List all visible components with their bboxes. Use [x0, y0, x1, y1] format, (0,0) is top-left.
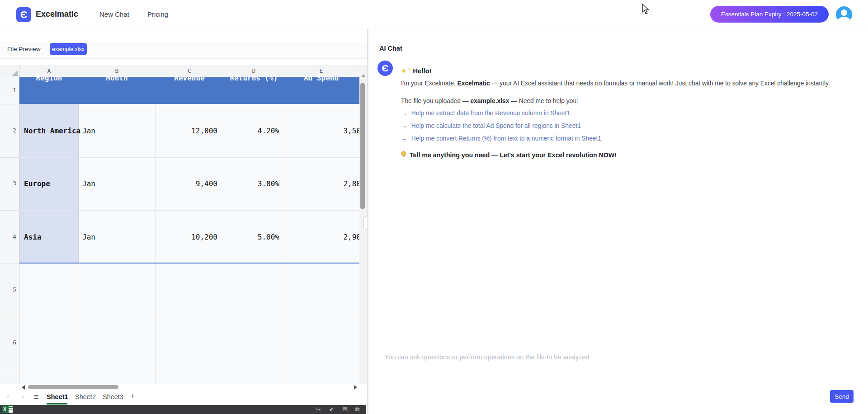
paste-refresh-icon[interactable]: ⎘ — [316, 406, 321, 413]
excel-file-icon[interactable]: X — [2, 405, 14, 414]
tab-sheet2[interactable]: Sheet2 — [75, 393, 96, 400]
send-button[interactable]: Send — [830, 390, 854, 403]
column-header-b[interactable]: B — [79, 67, 155, 74]
cell-e3[interactable]: 2,80 — [284, 179, 359, 188]
arrow-right-icon: → — [401, 122, 407, 129]
suggestion-convert-returns[interactable]: →Help me convert Returns (%) from text t… — [401, 135, 601, 142]
plan-expiry-button[interactable]: Essentials Plan Expiry : 2025-05-02 — [710, 6, 829, 23]
uploaded-file-line: The file you uploaded — example.xlsx — N… — [401, 97, 855, 105]
cell-a3[interactable]: Europe — [24, 179, 50, 188]
assistant-tip-line: Tell me anything you need — Let's start … — [401, 151, 617, 160]
scroll-left-arrow-icon[interactable] — [22, 385, 25, 390]
user-avatar[interactable] — [836, 6, 852, 23]
panel-resize-handle[interactable] — [363, 216, 368, 230]
tab-sheet3[interactable]: Sheet3 — [103, 393, 123, 400]
nav-link-pricing[interactable]: Pricing — [147, 10, 168, 18]
excelmatic-logo-icon[interactable]: Є — [16, 7, 31, 22]
row-header-column — [0, 77, 19, 384]
file-preview-label: File Preview — [7, 46, 41, 52]
scroll-right-arrow-icon[interactable] — [354, 385, 357, 390]
cell-d3[interactable]: 3.80% — [224, 179, 279, 188]
arrow-right-icon: → — [401, 135, 407, 142]
cell-a2[interactable]: North America — [24, 127, 80, 135]
spreadsheet-grid[interactable]: A B C D E 1 2 3 4 5 6 Region Month Reven… — [0, 65, 359, 384]
cell-d4[interactable]: 5.00% — [224, 233, 279, 241]
windows-overlap-icon[interactable]: ⧉ — [355, 406, 359, 413]
active-tab-underline — [47, 403, 67, 405]
column-header-a[interactable]: A — [19, 67, 79, 74]
chat-panel-title: AI Chat — [379, 45, 402, 52]
tabs-prev-icon[interactable]: ‹ — [7, 392, 9, 401]
suggestion-total-ad-spend[interactable]: →Help me calculate the total Ad Spend fo… — [401, 122, 581, 129]
chat-input-area[interactable]: You can ask questions or perform operati… — [368, 341, 868, 414]
cell-c4[interactable]: 10,200 — [155, 233, 217, 241]
column-header-e[interactable]: E — [284, 67, 359, 74]
tabs-next-icon[interactable]: › — [22, 392, 24, 401]
cell-b2[interactable]: Jan — [82, 127, 95, 135]
assistant-intro-text: I'm your Excelmate, Excelmatic — your AI… — [401, 79, 855, 88]
select-all-corner[interactable] — [0, 65, 19, 77]
header-cell-region[interactable]: Region — [19, 74, 79, 82]
row-header-6[interactable]: 6 — [0, 339, 16, 346]
vertical-scrollbar-thumb[interactable] — [360, 83, 365, 209]
cell-c2[interactable]: 12,000 — [155, 127, 217, 135]
cell-a4[interactable]: Asia — [24, 233, 42, 241]
book-view-icon[interactable]: ▤ — [342, 406, 348, 413]
cell-b4[interactable]: Jan — [82, 233, 95, 241]
file-tab-example-xlsx[interactable]: example.xlsx — [50, 43, 87, 55]
column-header-c[interactable]: C — [155, 67, 224, 74]
row-header-2[interactable]: 2 — [0, 127, 16, 134]
select-all-triangle-icon — [12, 71, 18, 76]
avatar-person-icon — [841, 9, 847, 16]
header-cell-month[interactable]: Month — [79, 74, 155, 82]
top-nav: Є Excelmatic New Chat Pricing Essentials… — [0, 0, 868, 29]
cell-d2[interactable]: 4.20% — [224, 127, 279, 135]
tab-sheet1[interactable]: Sheet1 — [47, 393, 68, 400]
assistant-avatar-icon: Є — [377, 61, 393, 76]
sheet-list-menu-icon[interactable]: ≡ — [34, 392, 39, 402]
chat-input-placeholder: You can ask questions or perform operati… — [385, 353, 589, 361]
task-check-icon[interactable]: ✔ — [329, 406, 334, 413]
sparkles-icon: ✦ — [401, 67, 406, 75]
horizontal-scrollbar-thumb[interactable] — [28, 385, 118, 389]
selection-bottom-border — [19, 263, 359, 263]
lightbulb-icon — [401, 151, 406, 160]
cell-e4[interactable]: 2,90 — [284, 233, 359, 241]
nav-link-new-chat[interactable]: New Chat — [99, 10, 129, 18]
add-sheet-button[interactable]: + — [130, 392, 135, 401]
cell-c3[interactable]: 9,400 — [155, 179, 217, 188]
header-cell-returns[interactable]: Returns (%) — [224, 74, 284, 82]
row-header-3[interactable]: 3 — [0, 180, 16, 187]
header-cell-revenue[interactable]: Revenue — [155, 74, 224, 82]
cell-b3[interactable]: Jan — [82, 179, 95, 188]
sheet-tab-bar: ‹ › ≡ Sheet1 Sheet2 Sheet3 + — [0, 390, 367, 405]
assistant-greeting: ✦✦Hello! — [401, 67, 432, 75]
sheet-status-bar: ⎘ ✔ ▤ ⧉ — [0, 405, 366, 414]
suggestion-extract-revenue[interactable]: →Help me extract data from the Revenue c… — [401, 110, 570, 117]
row-header-1[interactable]: 1 — [0, 87, 16, 94]
column-header-d[interactable]: D — [224, 67, 284, 74]
arrow-right-icon: → — [401, 110, 407, 117]
cell-e2[interactable]: 3,50 — [284, 127, 359, 135]
header-cell-ad-spend[interactable]: Ad Spend — [284, 74, 359, 82]
brand-title: Excelmatic — [36, 9, 78, 19]
scroll-up-arrow-icon[interactable] — [361, 74, 366, 77]
row-header-4[interactable]: 4 — [0, 233, 16, 240]
row-header-5[interactable]: 5 — [0, 286, 16, 293]
